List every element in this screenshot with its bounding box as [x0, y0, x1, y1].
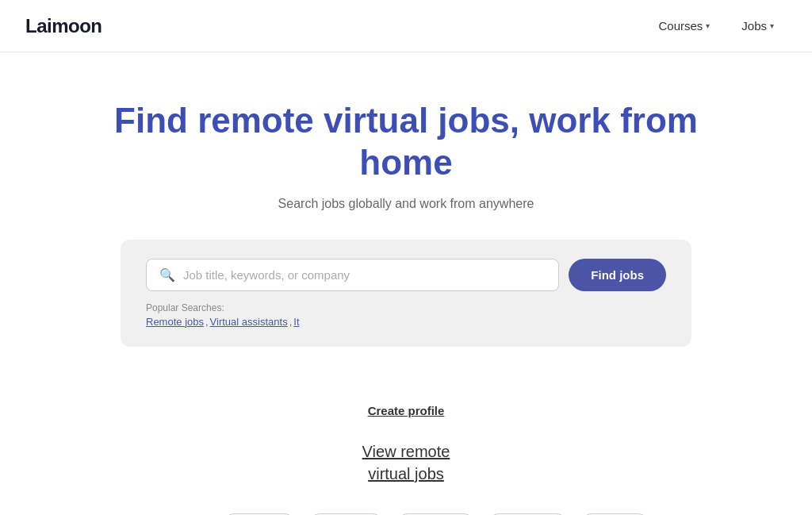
hero-section: Find remote virtual jobs, work from home…: [0, 52, 812, 404]
logo: Laimoon: [25, 15, 102, 37]
view-remote-link[interactable]: View remote virtual jobs: [343, 440, 469, 485]
search-container: 🔍 Find jobs Popular Searches: Remote job…: [121, 240, 691, 347]
search-icon: 🔍: [159, 267, 175, 282]
search-input-wrapper: 🔍: [146, 259, 559, 291]
popular-link-remote-jobs[interactable]: Remote jobs: [146, 316, 204, 328]
main-nav: Courses ▾ Jobs ▾: [645, 13, 787, 39]
jobs-label: Jobs: [741, 19, 767, 33]
popular-link-virtual-assistants[interactable]: Virtual assistants: [210, 316, 288, 328]
jobs-nav-item[interactable]: Jobs ▾: [729, 13, 787, 39]
popular-searches: Popular Searches: Remote jobs , Virtual …: [146, 302, 666, 328]
courses-label: Courses: [658, 19, 703, 33]
popular-separator-2: ,: [289, 316, 293, 328]
hero-title: Find remote virtual jobs, work from home: [89, 100, 723, 184]
create-profile-link[interactable]: Create profile: [368, 404, 445, 417]
courses-nav-item[interactable]: Courses ▾: [645, 13, 722, 39]
jobs-chevron-icon: ▾: [770, 21, 774, 30]
courses-chevron-icon: ▾: [706, 21, 710, 30]
view-remote-section: View remote virtual jobs: [0, 440, 812, 485]
popular-searches-label: Popular Searches:: [146, 302, 666, 313]
header: Laimoon Courses ▾ Jobs ▾: [0, 0, 812, 52]
search-row: 🔍 Find jobs: [146, 259, 666, 291]
search-input[interactable]: [183, 268, 546, 282]
popular-separator-1: ,: [205, 316, 209, 328]
find-jobs-button[interactable]: Find jobs: [569, 259, 666, 291]
popular-link-it[interactable]: It: [293, 316, 299, 328]
popular-links: Remote jobs , Virtual assistants , It: [146, 316, 666, 328]
create-profile-section: Create profile: [0, 404, 812, 418]
hero-subtitle: Search jobs globally and work from anywh…: [25, 197, 787, 211]
